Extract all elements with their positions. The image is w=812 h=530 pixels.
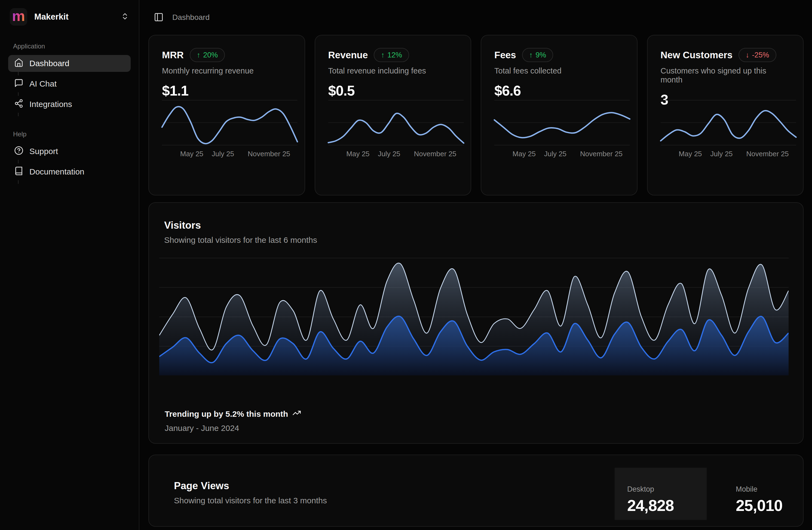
x-tick: July 25 [212,150,234,158]
desktop-stat-value: 24,828 [627,496,707,515]
stat-card-revenue: Revenue ↑12% Total revenue including fee… [315,35,472,196]
visitors-title: Visitors [164,220,788,231]
stat-subtitle: Total fees collected [494,67,624,75]
workspace-selector[interactable]: m Makerkit [8,8,131,26]
sidebar-item-support[interactable]: Support [8,143,131,160]
nav-separator-dash [18,72,18,75]
x-axis-labels: May 25 July 25 November 25 [494,150,630,159]
stat-value: $6.6 [494,83,624,99]
nav-separator-dash [18,113,18,116]
stat-subtitle: Monthly recurring revenue [162,67,292,75]
desktop-stat-toggle[interactable]: Desktop 24,828 [615,468,707,520]
change-badge: ↓-25% [739,48,776,62]
page-views-title: Page Views [174,480,327,492]
visitors-area-chart [159,258,788,375]
sidebar-section-help: Help [13,130,131,138]
x-tick: November 25 [580,150,623,158]
makerkit-logo-letter: m [12,9,25,23]
stat-title: MRR [162,49,184,60]
stat-title: New Customers [661,49,733,60]
sidebar-nav-help: Support Documentation [8,143,131,184]
x-tick: July 25 [378,150,400,158]
x-tick: May 25 [180,150,203,158]
brand-name: Makerkit [34,12,114,22]
sidebar-item-ai-chat[interactable]: AI Chat [8,75,131,92]
chat-icon [14,78,24,89]
help-circle-icon [14,146,24,157]
stat-title: Revenue [328,49,368,60]
change-badge: ↑9% [522,48,553,62]
x-tick: May 25 [346,150,369,158]
visitors-date-range: January - June 2024 [165,424,301,433]
change-badge: ↑12% [374,48,409,62]
arrow-up-icon: ↑ [529,51,533,59]
nav-separator-dash [18,92,18,96]
x-tick: November 25 [746,150,788,158]
stat-card-mrr: MRR ↑20% Monthly recurring revenue $1.1 … [148,35,305,196]
nav-separator-dash [18,160,18,163]
panel-left-icon [154,12,164,23]
sidebar-item-documentation[interactable]: Documentation [8,163,131,180]
sidebar-nav-application: Dashboard AI Chat Integrations [8,55,131,116]
sidebar-section-application: Application [13,42,131,50]
mobile-stat-value: 25,010 [736,496,803,515]
visitors-trend-text: Trending up by 5.2% this month [165,410,288,419]
arrow-up-icon: ↑ [197,51,201,59]
sidebar-item-integrations[interactable]: Integrations [8,96,131,113]
page-views-card: Page Views Showing total visitors for th… [148,455,803,527]
x-tick: July 25 [544,150,566,158]
stat-cards-row: MRR ↑20% Monthly recurring revenue $1.1 … [148,35,803,196]
stat-value: $1.1 [162,83,292,99]
sidebar-toggle-button[interactable] [154,12,164,23]
sparkline-chart [494,100,630,145]
mobile-stat-toggle[interactable]: Mobile 25,010 [723,468,803,520]
x-tick: July 25 [710,150,733,158]
visitors-footer: Trending up by 5.2% this month January -… [165,409,301,433]
x-tick: May 25 [512,150,536,158]
x-axis-labels: May 25 July 25 November 25 [328,150,464,159]
x-axis-labels: May 25 July 25 November 25 [162,150,298,159]
sparkline-chart [661,100,796,145]
x-tick: November 25 [248,150,290,158]
sidebar-item-label: Dashboard [29,59,69,68]
trending-up-icon [292,409,301,419]
chevrons-up-down-icon [121,12,129,22]
change-badge: ↑20% [190,48,225,62]
stat-value: $0.5 [328,83,458,99]
makerkit-logo: m [10,8,27,26]
x-tick: May 25 [679,150,702,158]
desktop-stat-label: Desktop [627,485,707,493]
stat-subtitle: Total revenue including fees [328,67,458,75]
main-content: Dashboard MRR ↑20% Monthly recurring rev… [140,0,812,530]
x-axis-labels: May 25 July 25 November 25 [661,150,796,159]
sidebar-item-label: Integrations [29,100,72,109]
page-views-subtitle: Showing total visitors for the last 3 mo… [174,496,327,505]
x-tick: November 25 [414,150,456,158]
sparkline-chart [162,100,298,145]
stat-card-fees: Fees ↑9% Total fees collected $6.6 May 2… [481,35,638,196]
visitors-card: Visitors Showing total visitors for the … [148,202,803,444]
mobile-stat-label: Mobile [736,485,803,493]
stat-subtitle: Customers who signed up this month [661,67,790,84]
book-icon [14,166,24,177]
sidebar-item-label: Documentation [29,167,84,176]
nav-separator-dash [18,180,18,184]
arrow-down-icon: ↓ [745,51,749,59]
sidebar-item-label: Support [29,147,58,156]
sidebar-item-label: AI Chat [29,79,57,88]
sidebar-item-dashboard[interactable]: Dashboard [8,55,131,72]
stat-title: Fees [494,49,516,60]
sidebar: m Makerkit Application Dashboard AI Chat… [0,0,140,530]
arrow-up-icon: ↑ [381,51,385,59]
visitors-subtitle: Showing total visitors for the last 6 mo… [164,235,788,245]
topbar: Dashboard [148,0,803,35]
home-icon [14,58,24,69]
breadcrumb: Dashboard [172,13,209,22]
sparkline-chart [328,100,464,145]
share-icon [14,99,24,110]
stat-card-new-customers: New Customers ↓-25% Customers who signed… [647,35,804,196]
app-root: m Makerkit Application Dashboard AI Chat… [0,0,812,530]
